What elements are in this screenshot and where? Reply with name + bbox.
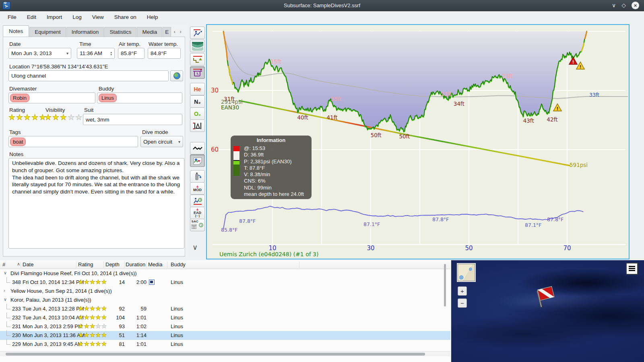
- tab-information[interactable]: Information: [66, 27, 104, 37]
- dc-ceiling-button[interactable]: [190, 53, 205, 66]
- column-header-depth[interactable]: Depth: [105, 261, 125, 268]
- menu-log[interactable]: Log: [67, 11, 87, 23]
- dive-mode-combobox[interactable]: Open circuit ▾: [140, 136, 183, 147]
- tab-statistics[interactable]: Statistics: [104, 27, 136, 37]
- menu-help[interactable]: Help: [142, 11, 163, 23]
- warning-icon[interactable]: !: [553, 104, 561, 111]
- shade-overlay-button[interactable]: [190, 40, 205, 52]
- tab-e[interactable]: E: [163, 27, 171, 37]
- maximize-icon[interactable]: ◇: [621, 2, 626, 9]
- star-icon: ★: [78, 331, 84, 338]
- dive-row[interactable]: 231Mon Jun 3, 2013 2:59 PM★★★★★931:02Lin…: [0, 322, 450, 331]
- buddy-input[interactable]: Linus: [97, 93, 182, 103]
- dive-row[interactable]: 229Mon Jun 3, 2013 9:45 AM★★★★★811:01Lin…: [0, 340, 450, 349]
- spin-down-icon[interactable]: ▾: [110, 53, 112, 56]
- menu-share-on[interactable]: Share on: [109, 11, 142, 23]
- star-icon: ★: [75, 113, 83, 121]
- minimize-icon[interactable]: ∨: [612, 2, 616, 9]
- ead-button[interactable]: +EAD(···): [190, 207, 205, 219]
- map-menu-button[interactable]: [626, 263, 638, 275]
- trip-row[interactable]: ∨Divi Flamingo House Reef, Fri Oct 10, 2…: [0, 269, 450, 278]
- map-lookup-button[interactable]: [170, 70, 183, 81]
- chevron-collapsed-icon[interactable]: ›: [4, 288, 5, 293]
- dive-buddy: Linus: [171, 279, 183, 285]
- rating-stars[interactable]: ★★★★★: [8, 113, 47, 122]
- column-header-media[interactable]: Media: [148, 261, 167, 268]
- toolbar-scroll-down-icon[interactable]: ∨: [192, 243, 198, 252]
- calculated-ceiling-button[interactable]: [190, 66, 205, 79]
- dive-flag-marker[interactable]: [532, 284, 557, 309]
- star-icon: ★: [84, 331, 89, 338]
- tag-chip[interactable]: boat: [10, 138, 26, 146]
- trip-row[interactable]: ∨Koror, Palau, Jun 2013 (11 dive(s)): [0, 296, 450, 304]
- tab-equipment[interactable]: Equipment: [29, 27, 66, 37]
- divemaster-chip[interactable]: Robin: [10, 94, 29, 102]
- buddy-chip[interactable]: Linus: [99, 94, 117, 102]
- photos-button[interactable]: [190, 154, 205, 167]
- info-box-row: P: 2,381psi (EAN30): [244, 158, 304, 165]
- suit-input[interactable]: wet, 3mm: [83, 114, 182, 125]
- tags-input[interactable]: boat: [8, 136, 138, 147]
- location-input[interactable]: Ulong channel: [8, 70, 169, 81]
- tree-elbow: [6, 339, 10, 345]
- divemaster-input[interactable]: Robin: [8, 93, 95, 103]
- heart-rate-button[interactable]: [190, 142, 205, 154]
- deco-info-button[interactable]: [190, 195, 205, 207]
- mod-icon: MOD: [193, 188, 202, 191]
- menu-edit[interactable]: Edit: [22, 11, 41, 23]
- media-icon[interactable]: [149, 280, 155, 285]
- menu-import[interactable]: Import: [41, 11, 67, 23]
- map-pane[interactable]: + −: [451, 260, 644, 362]
- warning-icon[interactable]: !: [569, 57, 577, 65]
- depth-event-label: 43ft: [523, 117, 534, 124]
- column-header-rating[interactable]: Rating: [78, 261, 104, 268]
- tab-media[interactable]: Media: [137, 27, 162, 37]
- time-spinbox[interactable]: 11:36 AM ▴▾: [77, 48, 115, 59]
- map-zoom-out-button[interactable]: −: [458, 298, 467, 308]
- column-header-duration[interactable]: Duration: [126, 261, 147, 268]
- tab-scroll-left-icon[interactable]: ‹: [171, 27, 178, 37]
- column-header-num[interactable]: #∧: [2, 261, 21, 268]
- notes-textarea[interactable]: Unbelievable dive. Dozens and dozens of …: [8, 158, 184, 249]
- dive-row[interactable]: 233Tue Jun 4, 2013 12:28 PM★★★★★9259Linu…: [0, 304, 450, 313]
- dive-buddy: Linus: [171, 341, 183, 347]
- y-axis-tick: 30: [211, 87, 219, 94]
- overview-map-thumbnail[interactable]: [458, 264, 475, 281]
- pp-nitrogen-button[interactable]: N₂: [190, 95, 205, 108]
- dive-list-vertical-scrollbar[interactable]: [444, 264, 446, 306]
- tab-notes[interactable]: Notes: [3, 25, 29, 37]
- tree-elbow: [6, 277, 10, 283]
- pp-helium-button[interactable]: He: [190, 83, 205, 95]
- dive-mode-label: Dive mode: [142, 129, 168, 135]
- dive-profile-pane[interactable]: 31ft40ft41ft50ft50ft34ft43ft42ft15ft35ft…: [206, 24, 630, 259]
- dive-number: 233: [12, 306, 21, 312]
- dive-row[interactable]: 230Mon Jun 3, 2013 11:36 AM★★★★★511:14Li…: [0, 331, 450, 340]
- sac-button[interactable]: SAC: [190, 219, 205, 231]
- dive-row[interactable]: 232Tue Jun 4, 2013 10:04 AM★★★★★1041:01L…: [0, 313, 450, 322]
- menu-file[interactable]: File: [2, 11, 22, 23]
- dive-list-horizontal-scrollbar[interactable]: [6, 353, 425, 356]
- close-icon[interactable]: ×: [632, 2, 639, 9]
- trip-row[interactable]: ›Yellow House, Sun Sep 21, 2014 (1 dive(…: [0, 287, 450, 296]
- warning-icon[interactable]: !: [576, 62, 584, 70]
- dive-row[interactable]: 348Fri Oct 10, 2014 12:34 PM★★★★★142:00L…: [0, 278, 450, 287]
- dive-list-hscroll-track[interactable]: [0, 351, 450, 356]
- column-header-buddy[interactable]: Buddy: [171, 261, 299, 268]
- date-combobox[interactable]: Mon Jun 3, 2013 ▾: [8, 48, 71, 59]
- chevron-expanded-icon[interactable]: ∨: [4, 270, 7, 276]
- tissue-heatmap-button[interactable]: [190, 119, 205, 132]
- dive-mode-toggle-button[interactable]: [190, 27, 205, 39]
- chevron-expanded-icon[interactable]: ∨: [4, 297, 7, 302]
- temperature-label: 87.8°F: [547, 216, 564, 222]
- visibility-stars[interactable]: ★★★★★: [45, 113, 83, 122]
- menu-view[interactable]: View: [87, 11, 109, 23]
- star-icon: ★: [90, 314, 95, 321]
- tab-scroll-right-icon[interactable]: ›: [178, 27, 184, 37]
- tank-bar-button[interactable]: [190, 170, 205, 183]
- water-temp-field[interactable]: 84.8°F: [148, 48, 181, 59]
- column-header-date[interactable]: Date: [23, 261, 76, 268]
- map-zoom-in-button[interactable]: +: [458, 286, 467, 296]
- pp-oxygen-button[interactable]: O₂: [190, 107, 205, 120]
- mod-button[interactable]: +MOD: [190, 182, 205, 195]
- air-temp-field[interactable]: 85.8°F: [118, 48, 144, 59]
